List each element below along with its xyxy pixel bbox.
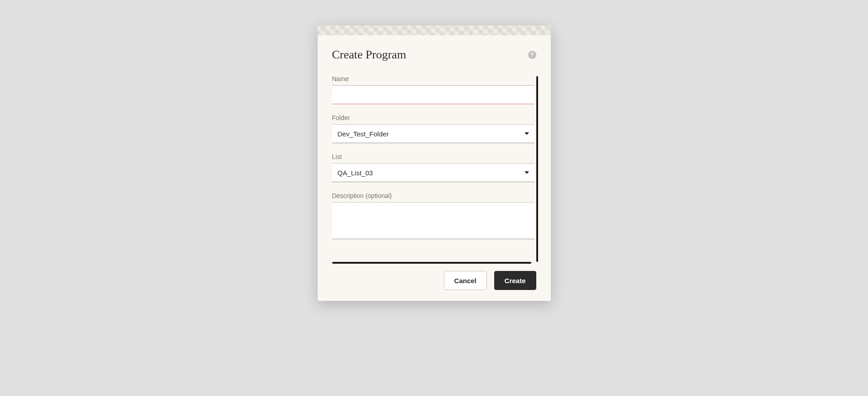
create-program-dialog: Create Program ? Name Folder Dev_Test_Fo… [318,25,551,301]
name-input[interactable] [332,85,534,104]
list-select[interactable]: QA_List_03 [332,163,534,182]
dialog-title: Create Program [332,48,406,62]
scrollbar-horizontal[interactable] [332,262,531,264]
help-icon[interactable]: ? [528,51,536,59]
chevron-down-icon [525,132,529,135]
form-content: Name Folder Dev_Test_Folder List QA_List… [332,75,534,264]
folder-label: Folder [332,114,534,121]
create-button[interactable]: Create [494,271,536,290]
folder-select-value: Dev_Test_Folder [338,130,525,138]
name-label: Name [332,75,534,82]
description-field-group: Description (optional) [332,192,534,241]
folder-field-group: Folder Dev_Test_Folder [332,114,534,143]
list-label: List [332,153,534,160]
dialog-title-row: Create Program ? [332,48,536,62]
dialog-header-decoration [318,25,551,35]
dialog-scroll-area: Name Folder Dev_Test_Folder List QA_List… [332,75,536,264]
list-select-value: QA_List_03 [338,169,525,177]
scrollbar-vertical[interactable] [536,76,538,262]
folder-select[interactable]: Dev_Test_Folder [332,124,534,143]
list-field-group: List QA_List_03 [332,153,534,182]
name-field-group: Name [332,75,534,104]
dialog-body: Create Program ? Name Folder Dev_Test_Fo… [318,35,551,264]
description-textarea[interactable] [332,202,534,239]
cancel-button[interactable]: Cancel [444,271,487,290]
chevron-down-icon [525,171,529,174]
dialog-footer: Cancel Create [318,266,551,290]
description-label: Description (optional) [332,192,534,199]
